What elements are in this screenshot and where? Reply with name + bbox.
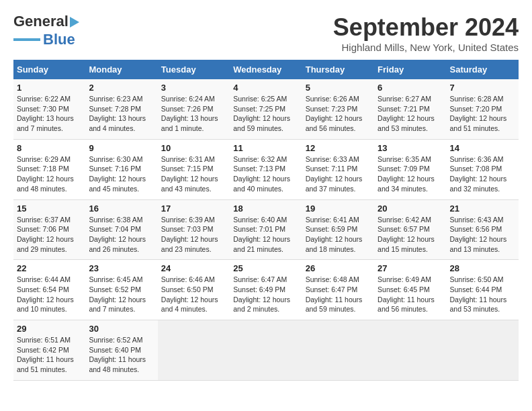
day-number: 22 (17, 263, 82, 273)
calendar-cell: 24Sunrise: 6:46 AMSunset: 6:50 PMDayligh… (158, 260, 230, 320)
month-title: September 2024 (333, 13, 519, 42)
calendar-cell (230, 320, 302, 381)
calendar-cell: 18Sunrise: 6:40 AMSunset: 7:01 PMDayligh… (230, 199, 302, 260)
week-row-3: 15Sunrise: 6:37 AMSunset: 7:06 PMDayligh… (13, 199, 519, 260)
day-number: 14 (450, 143, 515, 153)
title-area: September 2024 Highland Mills, New York,… (333, 13, 519, 53)
weekday-header-sunday: Sunday (13, 60, 85, 79)
calendar-cell: 17Sunrise: 6:39 AMSunset: 7:03 PMDayligh… (158, 199, 230, 260)
day-info: Sunrise: 6:36 AMSunset: 7:08 PMDaylight:… (450, 154, 515, 194)
day-info: Sunrise: 6:38 AMSunset: 7:04 PMDaylight:… (89, 215, 154, 255)
calendar-cell: 27Sunrise: 6:49 AMSunset: 6:45 PMDayligh… (374, 260, 446, 320)
calendar-cell: 30Sunrise: 6:52 AMSunset: 6:40 PMDayligh… (85, 320, 157, 381)
day-info: Sunrise: 6:37 AMSunset: 7:06 PMDaylight:… (17, 215, 82, 255)
day-number: 23 (89, 263, 154, 273)
calendar-cell: 2Sunrise: 6:23 AMSunset: 7:28 PMDaylight… (85, 79, 157, 139)
calendar-cell: 9Sunrise: 6:30 AMSunset: 7:16 PMDaylight… (85, 139, 157, 199)
day-info: Sunrise: 6:44 AMSunset: 6:54 PMDaylight:… (17, 275, 82, 314)
week-row-2: 8Sunrise: 6:29 AMSunset: 7:18 PMDaylight… (13, 139, 519, 199)
day-info: Sunrise: 6:24 AMSunset: 7:26 PMDaylight:… (161, 94, 226, 134)
day-number: 11 (233, 143, 298, 153)
calendar-cell: 5Sunrise: 6:26 AMSunset: 7:23 PMDaylight… (302, 79, 374, 139)
day-info: Sunrise: 6:47 AMSunset: 6:49 PMDaylight:… (233, 275, 298, 314)
day-info: Sunrise: 6:39 AMSunset: 7:03 PMDaylight:… (161, 215, 226, 255)
weekday-header-friday: Friday (374, 60, 446, 79)
day-info: Sunrise: 6:41 AMSunset: 6:59 PMDaylight:… (306, 215, 371, 255)
day-number: 27 (378, 263, 443, 273)
weekday-header-monday: Monday (85, 60, 157, 79)
calendar-cell: 21Sunrise: 6:43 AMSunset: 6:56 PMDayligh… (447, 199, 519, 260)
calendar-cell (374, 320, 446, 381)
day-info: Sunrise: 6:50 AMSunset: 6:44 PMDaylight:… (450, 275, 515, 314)
page-header: General Blue September 2024 Highland Mil… (13, 13, 519, 53)
calendar-cell: 8Sunrise: 6:29 AMSunset: 7:18 PMDaylight… (13, 139, 85, 199)
day-number: 8 (17, 143, 82, 153)
day-number: 12 (306, 143, 371, 153)
day-number: 6 (378, 83, 443, 93)
day-number: 28 (450, 263, 515, 273)
day-info: Sunrise: 6:28 AMSunset: 7:20 PMDaylight:… (450, 94, 515, 134)
day-number: 10 (161, 143, 226, 153)
day-info: Sunrise: 6:31 AMSunset: 7:15 PMDaylight:… (161, 154, 226, 194)
day-info: Sunrise: 6:52 AMSunset: 6:40 PMDaylight:… (89, 335, 154, 375)
calendar-cell (447, 320, 519, 381)
day-info: Sunrise: 6:51 AMSunset: 6:42 PMDaylight:… (17, 335, 82, 375)
location-title: Highland Mills, New York, United States (333, 42, 519, 53)
day-number: 7 (450, 83, 515, 93)
calendar-cell: 11Sunrise: 6:32 AMSunset: 7:13 PMDayligh… (230, 139, 302, 199)
calendar-cell: 26Sunrise: 6:48 AMSunset: 6:47 PMDayligh… (302, 260, 374, 320)
calendar-cell: 12Sunrise: 6:33 AMSunset: 7:11 PMDayligh… (302, 139, 374, 199)
weekday-header-saturday: Saturday (447, 60, 519, 79)
day-info: Sunrise: 6:25 AMSunset: 7:25 PMDaylight:… (233, 94, 298, 134)
calendar-cell: 25Sunrise: 6:47 AMSunset: 6:49 PMDayligh… (230, 260, 302, 320)
calendar-cell: 1Sunrise: 6:22 AMSunset: 7:30 PMDaylight… (13, 79, 85, 139)
week-row-4: 22Sunrise: 6:44 AMSunset: 6:54 PMDayligh… (13, 260, 519, 320)
day-number: 2 (89, 83, 154, 93)
day-info: Sunrise: 6:33 AMSunset: 7:11 PMDaylight:… (306, 154, 371, 194)
day-number: 17 (161, 203, 226, 214)
day-number: 16 (89, 203, 154, 214)
day-number: 29 (17, 324, 82, 334)
week-row-1: 1Sunrise: 6:22 AMSunset: 7:30 PMDaylight… (13, 79, 519, 139)
calendar-cell: 4Sunrise: 6:25 AMSunset: 7:25 PMDaylight… (230, 79, 302, 139)
calendar-cell: 28Sunrise: 6:50 AMSunset: 6:44 PMDayligh… (447, 260, 519, 320)
day-info: Sunrise: 6:22 AMSunset: 7:30 PMDaylight:… (17, 94, 82, 134)
weekday-header-wednesday: Wednesday (230, 60, 302, 79)
day-info: Sunrise: 6:42 AMSunset: 6:57 PMDaylight:… (378, 215, 443, 255)
day-info: Sunrise: 6:43 AMSunset: 6:56 PMDaylight:… (450, 215, 515, 255)
calendar-cell: 7Sunrise: 6:28 AMSunset: 7:20 PMDaylight… (447, 79, 519, 139)
day-info: Sunrise: 6:27 AMSunset: 7:21 PMDaylight:… (378, 94, 443, 134)
calendar-cell: 14Sunrise: 6:36 AMSunset: 7:08 PMDayligh… (447, 139, 519, 199)
calendar-cell (302, 320, 374, 381)
day-info: Sunrise: 6:32 AMSunset: 7:13 PMDaylight:… (233, 154, 298, 194)
day-number: 9 (89, 143, 154, 153)
day-number: 4 (233, 83, 298, 93)
weekday-header-row: SundayMondayTuesdayWednesdayThursdayFrid… (13, 60, 519, 79)
calendar-table: SundayMondayTuesdayWednesdayThursdayFrid… (13, 60, 519, 381)
day-number: 13 (378, 143, 443, 153)
calendar-cell: 13Sunrise: 6:35 AMSunset: 7:09 PMDayligh… (374, 139, 446, 199)
weekday-header-tuesday: Tuesday (158, 60, 230, 79)
day-number: 18 (233, 203, 298, 214)
calendar-cell: 3Sunrise: 6:24 AMSunset: 7:26 PMDaylight… (158, 79, 230, 139)
day-number: 24 (161, 263, 226, 273)
day-number: 5 (306, 83, 371, 93)
week-row-5: 29Sunrise: 6:51 AMSunset: 6:42 PMDayligh… (13, 320, 519, 381)
day-number: 1 (17, 83, 82, 93)
day-number: 26 (306, 263, 371, 273)
day-info: Sunrise: 6:45 AMSunset: 6:52 PMDaylight:… (89, 275, 154, 314)
day-info: Sunrise: 6:26 AMSunset: 7:23 PMDaylight:… (306, 94, 371, 134)
day-info: Sunrise: 6:46 AMSunset: 6:50 PMDaylight:… (161, 275, 226, 314)
day-info: Sunrise: 6:49 AMSunset: 6:45 PMDaylight:… (378, 275, 443, 314)
logo: General Blue (13, 13, 79, 48)
calendar-cell: 6Sunrise: 6:27 AMSunset: 7:21 PMDaylight… (374, 79, 446, 139)
day-info: Sunrise: 6:48 AMSunset: 6:47 PMDaylight:… (306, 275, 371, 314)
calendar-cell: 20Sunrise: 6:42 AMSunset: 6:57 PMDayligh… (374, 199, 446, 260)
day-number: 21 (450, 203, 515, 214)
day-info: Sunrise: 6:40 AMSunset: 7:01 PMDaylight:… (233, 215, 298, 255)
day-info: Sunrise: 6:29 AMSunset: 7:18 PMDaylight:… (17, 154, 82, 194)
calendar-cell: 16Sunrise: 6:38 AMSunset: 7:04 PMDayligh… (85, 199, 157, 260)
logo-text: General (13, 13, 79, 30)
day-info: Sunrise: 6:35 AMSunset: 7:09 PMDaylight:… (378, 154, 443, 194)
calendar-cell: 15Sunrise: 6:37 AMSunset: 7:06 PMDayligh… (13, 199, 85, 260)
